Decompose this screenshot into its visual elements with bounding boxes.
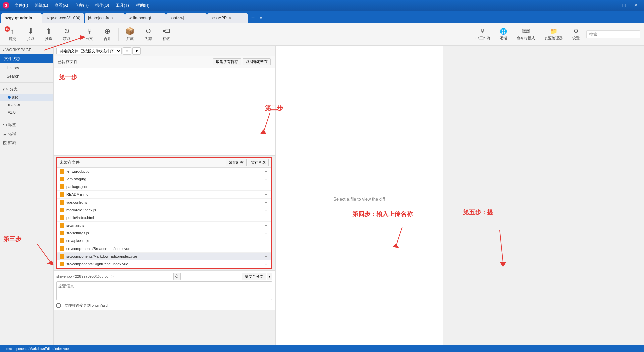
menu-edit[interactable]: 编辑(E)	[32, 2, 51, 9]
commit-history-icon[interactable]: ⏱	[173, 273, 181, 280]
menu-actions[interactable]: 操作(O)	[93, 2, 112, 9]
sidebar-tags-header[interactable]: 🏷 标签	[0, 120, 53, 129]
tab-wdln-boot-qt[interactable]: wdln-boot-qt	[125, 13, 166, 23]
sidebar-history[interactable]: History	[1, 64, 52, 72]
tag-button[interactable]: 🏷 标签	[158, 26, 175, 43]
file-item-breadcrumb[interactable]: src/components/Breadcrumb/index.vue +	[57, 245, 271, 253]
file-name: src/api/user.js	[66, 239, 263, 243]
add-tab-button[interactable]: +	[248, 13, 258, 23]
sidebar-search[interactable]: Search	[1, 72, 52, 80]
tab-szgy-qt-admin[interactable]: szgy-qt-admin	[1, 13, 42, 23]
file-stage-action[interactable]: +	[263, 176, 269, 182]
list-view-button[interactable]: ≡	[123, 47, 131, 55]
file-item-src-main[interactable]: src/main.js +	[57, 222, 271, 229]
stage-options-button[interactable]: 提交至分支	[242, 273, 266, 280]
file-icon	[60, 177, 64, 181]
toolbar-search-input[interactable]	[586, 30, 640, 38]
stage-options-dropdown[interactable]: ▾	[267, 273, 272, 280]
tab-dropdown-button[interactable]: ▼	[258, 13, 264, 23]
file-stage-action[interactable]: +	[263, 192, 269, 197]
tab-close-icon[interactable]: ✕	[229, 16, 231, 20]
window-controls: — □ ✕	[606, 2, 641, 9]
sidebar-file-status[interactable]: 文件状态	[0, 54, 53, 63]
explorer-button[interactable]: 📁 资源管理器	[542, 26, 566, 42]
tab-sspt-swj[interactable]: sspt-swj	[166, 13, 207, 23]
push-label: 推送	[45, 36, 52, 41]
discard-button[interactable]: ↺ 丢弃	[140, 26, 157, 43]
git-flow-button[interactable]: ⑂ Git工作流	[472, 27, 493, 42]
file-stage-action[interactable]: +	[263, 184, 269, 189]
file-item-src-settings[interactable]: src/settings.js +	[57, 229, 271, 237]
menu-help[interactable]: 帮助(H)	[133, 2, 152, 9]
file-filter-select[interactable]: 待定的文件, 已按照文件状态排序	[56, 48, 122, 54]
file-stage-action[interactable]: +	[263, 223, 269, 228]
menu-file[interactable]: 文件(F)	[12, 2, 31, 9]
sidebar-branches-header[interactable]: ▾ ⑂ 分支	[0, 85, 53, 94]
sidebar-branch-master[interactable]: master	[0, 101, 53, 108]
menu-view[interactable]: 查看(A)	[52, 2, 71, 9]
commit-author-text: shiwenbo <2289970950@qq.com>	[56, 274, 114, 278]
commit-message-input[interactable]	[56, 281, 272, 300]
file-item-api-user[interactable]: src/api/user.js +	[57, 237, 271, 245]
cancel-all-staged-button[interactable]: 取消所有暂存	[213, 58, 241, 65]
file-item-readme[interactable]: README.md +	[57, 191, 271, 199]
file-item-vue-config[interactable]: vue.config.js +	[57, 199, 271, 206]
push-button[interactable]: ⬆ 推送	[40, 26, 57, 43]
staged-section: 已暂存文件 取消所有暂存 取消选定暂存 第一步	[54, 56, 275, 156]
terminal-button[interactable]: ⌨ 命令行模式	[514, 26, 538, 42]
menu-tools[interactable]: 工具(T)	[113, 2, 131, 9]
close-button[interactable]: ✕	[631, 2, 641, 9]
sidebar-branch-asd[interactable]: asd	[0, 94, 53, 101]
sidebar-divider-2	[0, 118, 53, 118]
push-immediately-checkbox[interactable]	[56, 303, 61, 308]
menu-repo[interactable]: 仓库(R)	[72, 2, 91, 9]
sidebar-stash-header[interactable]: 🖼 贮藏	[0, 138, 53, 147]
stage-selected-button[interactable]: 暂存所选	[248, 159, 269, 166]
minimize-button[interactable]: —	[606, 2, 617, 9]
file-stage-action[interactable]: +	[263, 200, 269, 205]
branch-button[interactable]: ⑂ 分支	[81, 26, 98, 43]
file-stage-action[interactable]: +	[263, 230, 269, 236]
file-stage-action[interactable]: +	[263, 238, 269, 244]
file-stage-action[interactable]: +	[263, 261, 269, 267]
git-flow-icon: ⑂	[481, 28, 484, 35]
merge-button[interactable]: ⊕ 合并	[99, 26, 116, 43]
sidebar-branch-v10[interactable]: v1.0	[0, 108, 53, 116]
file-stage-action[interactable]: +	[263, 254, 269, 259]
file-item-public-index[interactable]: public/index.html +	[57, 214, 271, 222]
file-icon	[60, 246, 64, 251]
workspace-item[interactable]: ▪ WORKSPACE	[0, 46, 53, 54]
file-stage-action[interactable]: +	[263, 215, 269, 220]
file-name: src/settings.js	[66, 231, 263, 235]
file-item-right-panel[interactable]: src/components/RightPanel/index.vue +	[57, 260, 271, 268]
settings-button[interactable]: ⚙ 设置	[570, 26, 582, 42]
cancel-selected-staged-button[interactable]: 取消选定暂存	[243, 58, 271, 65]
file-stage-action[interactable]: +	[263, 169, 269, 174]
remote-button[interactable]: 🌐 远端	[497, 26, 510, 42]
file-item-package-json[interactable]: package.json +	[57, 183, 271, 191]
pull-button[interactable]: ⬇ 拉取	[22, 26, 39, 43]
file-stage-action[interactable]: +	[263, 207, 269, 213]
file-item-env-prod[interactable]: .env.production +	[57, 168, 271, 175]
stage-all-button[interactable]: 暂存所有	[226, 159, 247, 166]
commit-button[interactable]: 45 ↑ 提交	[4, 26, 21, 43]
tab-szgy-qt-xcx[interactable]: szgy-qt-xcx-V1.0(4)	[42, 13, 84, 23]
stash-button[interactable]: 📦 贮藏	[121, 26, 139, 43]
file-icon	[60, 200, 64, 205]
file-stage-action[interactable]: +	[263, 246, 269, 251]
fetch-button[interactable]: ↻ 获取	[58, 26, 75, 43]
file-item-markdown-editor[interactable]: src/components/MarkdownEditor/index.vue …	[57, 253, 271, 260]
tag-label: 标签	[163, 36, 170, 41]
dropdown-view-button[interactable]: ▾	[132, 47, 141, 55]
file-item-screenfull[interactable]: src/components/Screenfull/index.vue +	[57, 268, 271, 268]
file-icon	[60, 215, 64, 220]
maximize-button[interactable]: □	[619, 2, 629, 9]
logo-text: G	[5, 4, 7, 7]
file-icon	[60, 208, 64, 212]
commit-author-area: shiwenbo <2289970950@qq.com> ⏱ 提交至分支 ▾	[56, 273, 272, 280]
file-item-mock-role[interactable]: mock/role/index.js +	[57, 206, 271, 214]
file-item-env-staging[interactable]: .env.staging +	[57, 175, 271, 183]
tab-scssapp[interactable]: scssAPP ✕	[207, 13, 248, 23]
tab-jd-project-front[interactable]: jd-project-front	[85, 13, 125, 23]
sidebar-remote-header[interactable]: ☁ 远程	[0, 129, 53, 138]
